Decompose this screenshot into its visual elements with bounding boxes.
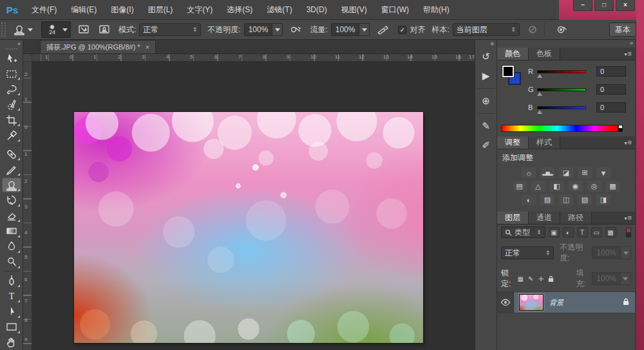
tab-layers[interactable]: 图层 bbox=[497, 212, 529, 224]
properties-panel-icon[interactable]: ⊕ bbox=[477, 93, 495, 109]
tool-hand[interactable] bbox=[2, 335, 21, 350]
foreground-color-swatch[interactable] bbox=[502, 66, 514, 77]
tab-styles[interactable]: 样式 bbox=[529, 136, 560, 149]
tab-color[interactable]: 颜色 bbox=[497, 48, 529, 60]
color-spectrum-ramp[interactable] bbox=[501, 125, 618, 132]
tool-eyedropper[interactable] bbox=[2, 128, 21, 143]
layer-row-background[interactable]: 背景 bbox=[497, 291, 635, 313]
align-checkbox[interactable]: ✓ bbox=[398, 26, 406, 34]
tool-path-selection[interactable] bbox=[2, 304, 21, 319]
red-slider-thumb[interactable] bbox=[537, 74, 542, 78]
layer-filter-toggle[interactable] bbox=[626, 228, 631, 237]
color-lookup-icon[interactable]: ▦ bbox=[606, 181, 620, 192]
layer-thumbnail[interactable] bbox=[519, 294, 544, 311]
blue-slider[interactable] bbox=[537, 106, 586, 109]
tool-move[interactable] bbox=[2, 51, 21, 66]
horizontal-ruler[interactable]: 1 0 1 2 3 4 5 6 7 8 9 10 11 12 13 14 15 … bbox=[32, 54, 475, 62]
fill-caret[interactable] bbox=[620, 273, 630, 284]
tool-blur[interactable] bbox=[2, 239, 21, 254]
menu-layer[interactable]: 图层(L) bbox=[141, 0, 180, 19]
menu-edit[interactable]: 编辑(E) bbox=[64, 0, 104, 19]
tab-close-icon[interactable]: × bbox=[146, 43, 149, 51]
toolbar-grip[interactable]: •••••• bbox=[5, 47, 18, 51]
tool-rectangle[interactable] bbox=[2, 320, 21, 335]
filter-pixel-icon[interactable]: ▣ bbox=[549, 227, 560, 237]
actions-panel-icon[interactable]: ▶ bbox=[477, 68, 495, 84]
mode-select[interactable]: 正常 ⇕ bbox=[139, 23, 201, 36]
tool-dodge[interactable] bbox=[2, 255, 21, 270]
menu-view[interactable]: 视图(V) bbox=[334, 0, 374, 19]
tool-rectangular-marquee[interactable] bbox=[2, 66, 21, 81]
tool-crop[interactable] bbox=[2, 113, 21, 127]
sample-select[interactable]: 当前图层 ⇕ bbox=[453, 23, 520, 36]
toggle-clone-source-panel-button[interactable] bbox=[97, 23, 112, 37]
close-button[interactable]: × bbox=[616, 0, 635, 11]
vertical-ruler[interactable]: 2 1 0 1 2 3 4 5 6 7 8 9 10 bbox=[23, 62, 32, 350]
fill-field[interactable]: 100% bbox=[592, 272, 631, 285]
green-value-field[interactable]: 0 bbox=[596, 84, 626, 95]
ignore-adjustment-layers-button[interactable] bbox=[525, 23, 540, 37]
lock-all-icon[interactable] bbox=[547, 274, 554, 283]
tool-brush[interactable] bbox=[2, 162, 21, 177]
menu-3d[interactable]: 3D(D) bbox=[299, 0, 334, 19]
channel-mixer-icon[interactable]: ◎ bbox=[587, 181, 601, 192]
panel-menu-icon[interactable]: ≡ bbox=[625, 50, 632, 57]
tool-history-brush[interactable] bbox=[2, 193, 21, 208]
maximize-button[interactable]: □ bbox=[594, 0, 614, 11]
options-grip[interactable] bbox=[1, 23, 6, 37]
posterize-icon[interactable]: ▨ bbox=[540, 194, 554, 205]
tool-eraser[interactable] bbox=[2, 208, 21, 223]
levels-icon[interactable]: ▂▅▂ bbox=[540, 167, 554, 178]
spectrum-black-swatch[interactable] bbox=[618, 128, 623, 132]
minimize-button[interactable]: – bbox=[573, 0, 592, 11]
tool-presets-panel-icon[interactable]: ✐ bbox=[477, 137, 495, 154]
canvas-image[interactable] bbox=[74, 112, 423, 343]
tool-clone-stamp[interactable] bbox=[2, 178, 21, 192]
green-slider-thumb[interactable] bbox=[537, 92, 542, 96]
tool-gradient[interactable] bbox=[2, 224, 21, 239]
tab-adjustments[interactable]: 调整 bbox=[497, 136, 529, 149]
layers-opacity-field[interactable]: 100% bbox=[592, 246, 631, 259]
brush-preset-picker[interactable]: 24 bbox=[41, 21, 71, 38]
menu-image[interactable]: 图像(I) bbox=[104, 0, 140, 19]
blue-slider-thumb[interactable] bbox=[537, 110, 542, 114]
menu-window[interactable]: 窗口(W) bbox=[374, 0, 416, 19]
red-value-field[interactable]: 0 bbox=[596, 66, 626, 77]
brush-panel-icon[interactable]: ✎ bbox=[477, 118, 495, 134]
opacity-caret[interactable] bbox=[272, 24, 282, 35]
green-slider[interactable] bbox=[537, 88, 586, 91]
menu-filter[interactable]: 滤镜(T) bbox=[260, 0, 299, 19]
blue-value-field[interactable]: 0 bbox=[596, 102, 626, 113]
black-white-icon[interactable]: ◧ bbox=[550, 181, 564, 192]
airbrush-button[interactable] bbox=[375, 23, 390, 37]
panels-expand-icon[interactable]: » bbox=[497, 40, 635, 48]
menu-type[interactable]: 文字(Y) bbox=[180, 0, 220, 19]
document-tab[interactable]: 捕获.JPG @ 100%(RGB/8#) * × bbox=[40, 40, 156, 53]
tablet-size-button[interactable] bbox=[554, 23, 569, 37]
tool-pen[interactable] bbox=[2, 273, 21, 288]
menu-file[interactable]: 文件(F) bbox=[24, 0, 64, 19]
blend-mode-select[interactable]: 正常 ⇕ bbox=[501, 246, 554, 259]
menu-help[interactable]: 帮助(H) bbox=[416, 0, 457, 19]
ruler-origin-box[interactable] bbox=[23, 54, 32, 62]
dock-collapse-icon[interactable]: « bbox=[475, 40, 497, 47]
layer-visibility-toggle[interactable] bbox=[497, 292, 514, 313]
threshold-icon[interactable]: ◫ bbox=[559, 194, 573, 205]
invert-icon[interactable]: ◐ bbox=[522, 194, 536, 205]
workspace-button[interactable]: 基本 bbox=[609, 23, 636, 37]
red-slider[interactable] bbox=[537, 70, 586, 73]
panel-menu-icon[interactable]: ≡ bbox=[625, 214, 632, 221]
toggle-brush-panel-button[interactable] bbox=[76, 23, 91, 37]
selective-color-icon[interactable]: ◨ bbox=[596, 194, 611, 205]
hue-saturation-icon[interactable]: ▤ bbox=[513, 181, 527, 192]
photo-filter-icon[interactable]: ◉ bbox=[569, 181, 583, 192]
flow-field[interactable]: 100% bbox=[331, 23, 370, 36]
tool-preset-picker[interactable] bbox=[10, 22, 36, 37]
tool-type[interactable]: T bbox=[2, 289, 21, 304]
filter-smart-object-icon[interactable]: ▩ bbox=[605, 227, 616, 237]
tool-quick-selection[interactable] bbox=[2, 97, 21, 112]
lock-move-icon[interactable]: ✛ bbox=[538, 274, 545, 283]
lock-paint-icon[interactable]: ✎ bbox=[527, 274, 535, 283]
menu-select[interactable]: 选择(S) bbox=[220, 0, 260, 19]
exposure-icon[interactable]: ⊞ bbox=[578, 167, 592, 178]
